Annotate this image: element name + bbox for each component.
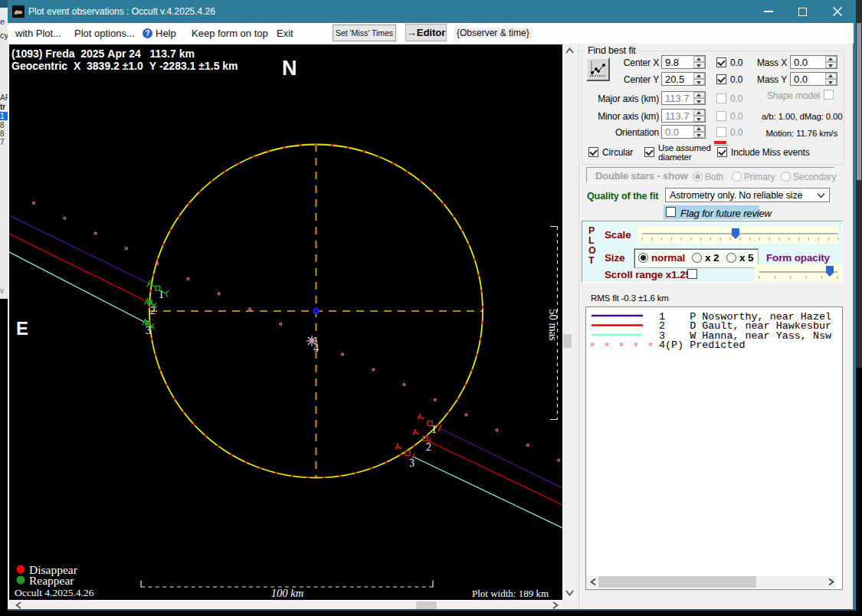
svg-text:(1093) Freda 2025 Apr 24 11: (1093) Freda 2025 Apr 24 113.7 km (11, 48, 195, 60)
svg-text:3: 3 (146, 325, 151, 336)
svg-text:Reappear: Reappear (29, 574, 74, 587)
svg-text:100 km: 100 km (271, 587, 303, 599)
svg-text:Occult 4.2025.4.26: Occult 4.2025.4.26 (15, 587, 94, 598)
svg-text:2: 2 (426, 441, 431, 453)
svg-text:Geocentric X 3839.2 ±1.0 Y: Geocentric X 3839.2 ±1.0 Y -2283.1 ±1.5 … (11, 60, 238, 72)
svg-text:4: 4 (313, 342, 319, 354)
svg-text:4(P) Predicted: 4(P) Predicted (659, 339, 746, 351)
svg-text:3: 3 (409, 457, 415, 469)
svg-text:1: 1 (431, 424, 437, 435)
svg-text:N: N (282, 57, 297, 80)
svg-text:E: E (16, 318, 28, 339)
svg-text:Plot width: 189 km: Plot width: 189 km (472, 588, 549, 599)
svg-text:2: 2 (150, 305, 156, 316)
svg-text:1: 1 (159, 289, 164, 300)
